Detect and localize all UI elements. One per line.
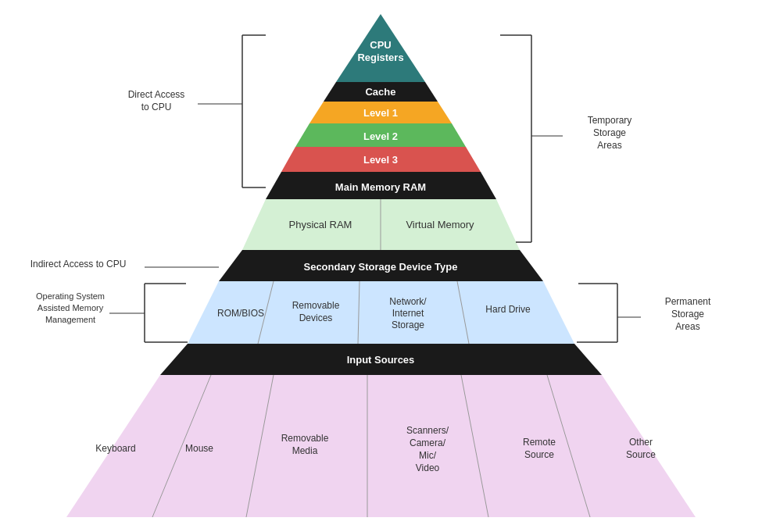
virtual-memory-label: Virtual Memory bbox=[406, 219, 474, 230]
scanners-label: Scanners/ bbox=[406, 425, 449, 436]
secondary-storage-label: Secondary Storage Device Type bbox=[303, 261, 457, 273]
removable-devices-label2: Devices bbox=[299, 312, 333, 323]
perm-storage-label3: Areas bbox=[675, 321, 699, 332]
level3-label: Level 3 bbox=[363, 154, 398, 166]
other-source-label: Other bbox=[629, 437, 653, 448]
keyboard-label: Keyboard bbox=[95, 443, 135, 454]
memory-hierarchy-diagram: CPU Registers Cache Level 1 Level 2 Leve… bbox=[0, 0, 762, 532]
scanners-label2: Camera/ bbox=[410, 437, 446, 448]
physical-ram-label: Physical RAM bbox=[289, 219, 352, 230]
direct-access-label2: to CPU bbox=[141, 102, 172, 112]
os-label: Operating System bbox=[36, 291, 105, 301]
removable-media-label: Removable bbox=[281, 433, 329, 444]
network-storage-label3: Storage bbox=[392, 320, 424, 330]
cache-label: Cache bbox=[365, 86, 395, 98]
os-label2: Assisted Memory bbox=[38, 303, 104, 312]
perm-storage-label2: Storage bbox=[671, 309, 704, 320]
rom-bios-label: ROM/BIOS bbox=[217, 308, 264, 319]
cpu-registers-label: CPU bbox=[370, 39, 391, 51]
os-label3: Management bbox=[45, 315, 95, 324]
level1-label: Level 1 bbox=[363, 107, 398, 119]
remote-source-label: Remote bbox=[523, 437, 556, 448]
other-source-label2: Source bbox=[626, 449, 656, 460]
network-storage-label: Network/ bbox=[389, 296, 427, 307]
removable-devices-label: Removable bbox=[292, 300, 340, 311]
scanners-label4: Video bbox=[416, 462, 440, 473]
remote-source-label2: Source bbox=[524, 449, 554, 460]
temp-storage-label2: Storage bbox=[593, 127, 626, 138]
main-memory-label: Main Memory RAM bbox=[335, 181, 426, 193]
temp-storage-label3: Areas bbox=[597, 140, 621, 151]
temp-storage-label: Temporary bbox=[588, 115, 632, 126]
perm-storage-label: Permanent bbox=[665, 296, 711, 307]
input-sources-label: Input Sources bbox=[347, 354, 415, 366]
hard-drive-label: Hard Drive bbox=[485, 304, 531, 315]
indirect-access-label: Indirect Access to CPU bbox=[30, 259, 127, 270]
mouse-label: Mouse bbox=[185, 443, 213, 454]
cpu-registers-label2: Registers bbox=[357, 52, 403, 63]
level2-label: Level 2 bbox=[363, 130, 398, 142]
scanners-label3: Mic/ bbox=[419, 450, 437, 461]
network-storage-label2: Internet bbox=[392, 308, 424, 319]
removable-media-label2: Media bbox=[292, 445, 318, 456]
direct-access-label: Direct Access bbox=[128, 89, 185, 100]
